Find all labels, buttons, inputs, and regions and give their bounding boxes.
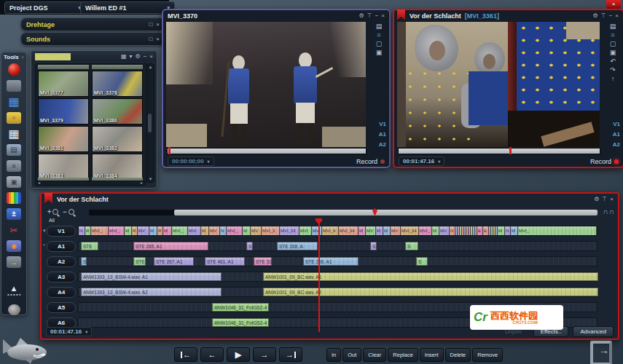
scroll-right-icon[interactable]: ► xyxy=(140,181,144,185)
bin-clip-thumbnail[interactable]: MVI_3377 xyxy=(38,71,89,97)
rack-sounds[interactable]: Sounds □ × xyxy=(20,32,165,46)
record-indicator[interactable] xyxy=(614,159,619,164)
timeline-audio-clip[interactable]: ANW1046_31_FotGS2-4 xyxy=(212,303,269,312)
scrollbar-thumb[interactable] xyxy=(174,210,597,215)
timeline-audio-clip[interactable]: STE 256, A1 xyxy=(303,257,358,266)
viewer-header[interactable]: MVI_3370 ⚙⊤−× xyxy=(163,10,389,22)
view-caret-icon[interactable]: ▾ xyxy=(129,54,132,60)
timeline-audio-clip[interactable]: STE 268, A xyxy=(277,242,318,250)
close-icon[interactable]: × xyxy=(149,54,153,60)
timeline-header[interactable]: Vor der Schlacht ⚙⊤× xyxy=(42,194,618,205)
edit-button-in[interactable]: In xyxy=(326,348,341,362)
timeline-video-clip[interactable]: MVI_4 xyxy=(322,226,339,235)
edit-button-insert[interactable]: Insert xyxy=(420,348,444,362)
timeline-video-clip[interactable]: MVI_34 xyxy=(401,226,419,235)
track-label-a3[interactable]: A3 xyxy=(47,272,76,282)
timeline-audio-clip[interactable]: S xyxy=(81,257,87,266)
skip-start-button[interactable]: ← xyxy=(174,347,197,362)
playhead-line[interactable] xyxy=(318,223,320,332)
upload-icon[interactable]: ↑ xyxy=(611,76,615,82)
track-label-a5[interactable]: A5 xyxy=(47,302,76,313)
timeline-video-clip[interactable]: M xyxy=(243,226,251,235)
timeline-video-clip[interactable]: MV xyxy=(251,226,262,235)
folder-icon[interactable]: ▤ xyxy=(610,23,616,30)
bin-clip-thumbnail[interactable]: MVI_3378 xyxy=(92,71,143,97)
archive-icon[interactable]: ▤ xyxy=(7,144,21,156)
redo-icon[interactable]: ↷ xyxy=(610,67,616,74)
playhead-marker[interactable] xyxy=(168,147,171,154)
timeline-audio-clip[interactable]: STE xyxy=(133,257,146,266)
import-icon[interactable]: → xyxy=(7,80,21,92)
magnifier-icon[interactable] xyxy=(68,209,74,215)
timeline-video-clip[interactable]: MVI_3 xyxy=(262,226,280,235)
timeline-video-clip[interactable]: N xyxy=(220,226,227,235)
gear-icon[interactable]: ⚙ xyxy=(593,13,598,19)
timeline-audio-clip[interactable]: S xyxy=(246,242,253,250)
timeline-video-clip[interactable]: MV xyxy=(138,226,149,235)
timeline-video-clip[interactable]: R xyxy=(85,226,91,235)
cleanup-icon[interactable] xyxy=(8,304,20,315)
monitor-icon[interactable]: ▢ xyxy=(376,41,383,47)
timeline-audio-clip[interactable]: S xyxy=(370,242,377,250)
track-indicator-a1[interactable]: A1 xyxy=(613,131,620,138)
timeline-scrollbar[interactable] xyxy=(89,210,597,215)
close-icon[interactable]: × xyxy=(21,55,24,60)
timeline-video-clip[interactable]: M xyxy=(432,226,439,235)
restore-icon[interactable]: □ xyxy=(149,36,152,42)
edit-dropdown[interactable]: Willem ED #1 ▾ xyxy=(80,1,175,14)
timeline-video-clip[interactable]: M xyxy=(498,226,505,235)
edit-button-remove[interactable]: Remove xyxy=(472,348,503,362)
minimize-icon[interactable]: − xyxy=(144,54,147,60)
scroll-up-icon[interactable]: ▲ xyxy=(147,65,154,69)
timeline-audio-clip[interactable]: STE 267, A1 xyxy=(154,257,194,266)
minimize-icon[interactable]: − xyxy=(375,13,379,19)
color-correct-icon[interactable] xyxy=(7,192,21,204)
timeline-video-clip[interactable]: MVI_ xyxy=(172,226,188,235)
timeline-video-clip[interactable]: M xyxy=(163,226,172,235)
zoom-in-button[interactable]: + xyxy=(47,208,51,215)
pin-icon[interactable]: ⊤ xyxy=(367,13,372,19)
playhead-marker[interactable] xyxy=(509,147,512,154)
timeline-video-clip[interactable]: M xyxy=(383,226,391,235)
bin-clip-thumbnail[interactable]: MVI_3384 xyxy=(92,154,143,180)
step-back-button[interactable]: ← xyxy=(200,347,224,362)
video-frame[interactable] xyxy=(166,22,366,147)
close-icon[interactable]: × xyxy=(156,36,160,42)
timeline-video-clip[interactable]: MV xyxy=(439,226,450,235)
copy-icon[interactable]: ▣ xyxy=(610,50,616,56)
timeline-video-clip[interactable]: M xyxy=(149,226,157,235)
timecode-display[interactable]: 00:01:47.16 ▾ xyxy=(399,157,444,166)
edit-button-out[interactable]: Out xyxy=(342,348,361,362)
play-button[interactable]: ▶ xyxy=(227,347,250,362)
skip-end-button[interactable]: → xyxy=(279,347,302,362)
record-icon[interactable] xyxy=(8,63,20,76)
timeline-video-clip[interactable]: E xyxy=(483,226,489,235)
mixer-icon[interactable]: ≡ xyxy=(7,160,21,172)
timecode-display[interactable]: 00:01:47.16 ▾ xyxy=(46,327,92,336)
timeline-video-clip[interactable]: MV xyxy=(209,226,220,235)
undo-icon[interactable]: ↶ xyxy=(610,58,616,65)
timeline-audio-clip[interactable]: STE 285, A1 xyxy=(133,242,208,250)
timeline-video-clip[interactable]: MVI_ xyxy=(518,226,597,235)
zoom-all-button[interactable]: All xyxy=(49,218,55,223)
close-icon[interactable]: × xyxy=(610,197,614,202)
track-label-a4[interactable]: A4 xyxy=(47,287,76,298)
edit-button-clear[interactable]: Clear xyxy=(363,348,386,362)
gear-icon[interactable]: ⚙ xyxy=(359,13,364,19)
settings-icon[interactable]: ⚙ xyxy=(135,54,140,60)
track-label-a1[interactable]: A1 xyxy=(47,241,76,252)
view-grid-icon[interactable]: ▦ xyxy=(121,54,127,60)
timeline-audio-clip[interactable]: STE xyxy=(81,242,98,250)
zoom-out-button[interactable]: − xyxy=(63,208,66,215)
pin-icon[interactable]: ⊤ xyxy=(602,197,607,202)
timeline-video-clip[interactable]: N xyxy=(450,226,455,235)
timeline-video-clip[interactable]: MVI_ xyxy=(227,226,243,235)
calculator-icon[interactable]: ± xyxy=(7,208,21,220)
viewer-header[interactable]: Vor der Schlacht [MVI_3361] ⚙⊤−× xyxy=(394,10,623,22)
bin-clip-thumbnail[interactable]: MVI_3381 xyxy=(38,126,89,152)
timeline-video-clip[interactable]: MV xyxy=(366,226,376,235)
scroll-down-icon[interactable]: ▼ xyxy=(147,177,154,181)
timeline-video-clip[interactable]: MVI_33 xyxy=(280,226,299,235)
timeline-video-clip[interactable]: R xyxy=(157,226,163,235)
timeline-video-clip[interactable]: MVI xyxy=(299,226,312,235)
